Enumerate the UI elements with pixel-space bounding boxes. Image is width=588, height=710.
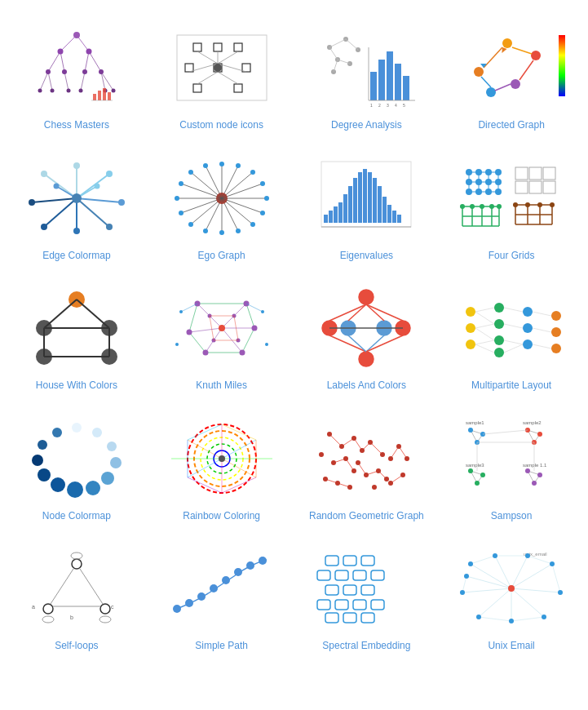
svg-point-391 (72, 559, 82, 569)
svg-rect-418 (361, 585, 374, 595)
svg-point-344 (364, 473, 369, 477)
custom-node-icons-label: Custom node icons (179, 119, 263, 132)
ego-graph-label: Ego Graph (198, 250, 245, 263)
rainbow-coloring-svg (165, 418, 279, 499)
gallery-item-four-grids[interactable]: Four Grids (443, 147, 580, 269)
svg-point-339 (380, 452, 385, 457)
simple-path-label: Simple Path (195, 640, 248, 653)
thumb-simple-path (161, 544, 283, 633)
svg-rect-26 (98, 91, 101, 100)
svg-line-281 (475, 328, 494, 340)
svg-point-125 (264, 196, 269, 201)
svg-line-4 (85, 51, 89, 72)
svg-text:b: b (70, 615, 73, 620)
gallery-item-edge-colormap[interactable]: Edge Colormap (8, 147, 145, 269)
svg-point-240 (202, 350, 208, 356)
spectral-embedding-svg (309, 548, 423, 629)
svg-line-220 (189, 328, 222, 332)
svg-point-124 (260, 181, 265, 186)
gallery-item-ego-graph[interactable]: Ego Graph (153, 147, 290, 269)
gallery-item-house-with-colors[interactable]: House With Colors (8, 277, 145, 399)
svg-point-401 (173, 605, 181, 613)
svg-rect-177 (515, 181, 528, 193)
gallery-item-custom-node-icons[interactable]: Custom node icons (153, 16, 290, 139)
svg-line-2 (48, 51, 60, 72)
thumb-node-colormap (15, 414, 138, 504)
gallery-item-random-geometric-graph[interactable]: Random Geometric Graph (298, 407, 435, 530)
svg-rect-146 (363, 169, 367, 223)
gallery-item-rainbow-coloring[interactable]: Rainbow Coloring (153, 407, 290, 530)
svg-point-405 (222, 576, 230, 584)
gallery-item-node-colormap[interactable]: Node Colormap (8, 407, 145, 530)
svg-point-291 (72, 423, 82, 433)
labels-and-colors-label: Labels And Colors (327, 379, 406, 393)
svg-rect-151 (387, 205, 391, 223)
gallery-item-self-loops[interactable]: a b c Self-loops (8, 537, 145, 659)
gallery-item-chess-masters[interactable]: Chess Masters (8, 16, 145, 139)
svg-point-14 (86, 49, 91, 55)
house-with-colors-svg (20, 287, 134, 369)
thumb-knuth-miles (161, 283, 283, 373)
svg-point-454 (464, 574, 469, 579)
svg-point-73 (531, 51, 541, 60)
svg-point-336 (351, 436, 356, 441)
svg-point-448 (550, 561, 555, 566)
gallery-item-eigenvalues[interactable]: Eigenvalues (298, 147, 435, 269)
gallery-item-sampson[interactable]: sample1 sample2 sample3 (443, 407, 580, 530)
svg-point-135 (188, 170, 193, 175)
gallery-item-simple-path[interactable]: Simple Path (153, 537, 290, 659)
svg-point-383 (532, 481, 537, 486)
svg-point-136 (203, 163, 208, 168)
svg-rect-34 (185, 64, 193, 72)
svg-point-341 (343, 456, 348, 461)
svg-point-239 (239, 350, 245, 356)
svg-rect-139 (329, 211, 333, 223)
svg-point-235 (219, 325, 225, 331)
gallery-item-unix-email[interactable]: unix_email Unix Email (443, 537, 580, 659)
thumb-labels-and-colors (305, 283, 427, 373)
svg-point-447 (525, 553, 530, 558)
svg-point-395 (42, 616, 54, 623)
svg-point-294 (110, 457, 122, 468)
svg-rect-178 (529, 181, 542, 193)
svg-line-289 (533, 328, 551, 332)
svg-line-261 (366, 335, 403, 352)
gallery-item-directed-graph[interactable]: Directed Graph (443, 16, 580, 139)
svg-line-287 (504, 344, 523, 353)
svg-text:1: 1 (370, 103, 373, 108)
gallery-item-knuth-miles[interactable]: Knuth Miles (153, 277, 290, 399)
svg-point-408 (259, 557, 267, 565)
gallery-item-labels-and-colors[interactable]: Labels And Colors (298, 277, 435, 399)
svg-point-295 (101, 472, 114, 485)
gallery-item-degree-analysis[interactable]: 1 2 3 4 5 Degree Analysis (298, 16, 435, 139)
svg-point-337 (360, 448, 365, 453)
svg-point-302 (52, 428, 62, 437)
svg-point-244 (175, 343, 179, 346)
svg-line-78 (512, 47, 532, 54)
svg-line-39 (197, 51, 218, 64)
svg-rect-148 (373, 178, 377, 223)
svg-point-407 (246, 561, 254, 570)
node-colormap-label: Node Colormap (42, 510, 111, 523)
simple-path-svg (165, 548, 279, 629)
svg-line-280 (475, 324, 494, 328)
svg-line-323 (370, 442, 382, 455)
svg-rect-60 (387, 51, 393, 100)
thumb-house-with-colors (15, 283, 138, 373)
svg-point-72 (502, 38, 512, 48)
thumb-eigenvalues (305, 153, 427, 243)
node-colormap-svg (20, 418, 134, 499)
svg-line-288 (533, 312, 551, 316)
svg-point-396 (99, 616, 111, 623)
svg-point-445 (468, 561, 473, 566)
svg-point-375 (480, 473, 485, 477)
gallery-item-multipartite-layout[interactable]: Multipartite Layout (443, 277, 580, 399)
svg-point-19 (38, 89, 42, 93)
svg-point-94 (106, 171, 113, 177)
svg-point-343 (356, 460, 360, 465)
svg-point-269 (494, 319, 504, 329)
svg-rect-414 (353, 570, 366, 580)
gallery-item-spectral-embedding[interactable]: Spectral Embedding (298, 537, 435, 659)
svg-line-259 (348, 335, 366, 352)
svg-point-346 (384, 477, 389, 481)
